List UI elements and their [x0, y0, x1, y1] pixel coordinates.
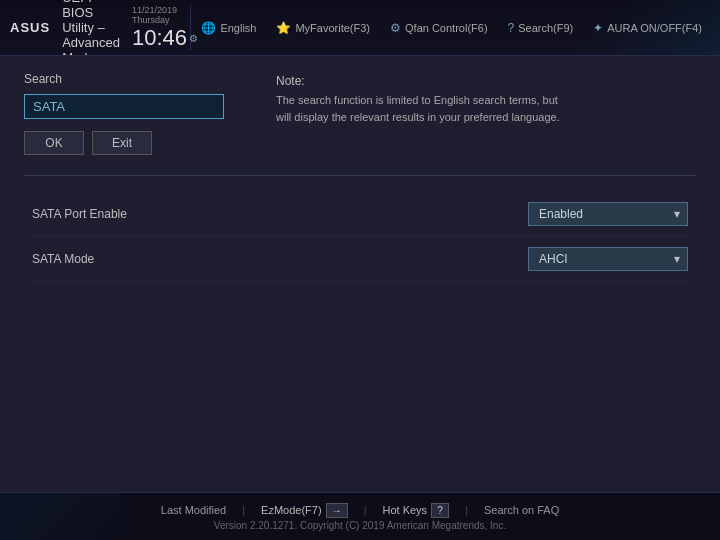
note-section: Note: The search function is limited to … [276, 72, 696, 155]
search-icon: ? [508, 21, 515, 35]
search-section: Search OK Exit Note: The search function… [24, 72, 696, 155]
time-display: 10:46⚙ [132, 26, 198, 50]
ez-mode-button[interactable]: EzMode(F7) → [261, 503, 348, 518]
sata-mode-label: SATA Mode [32, 252, 94, 266]
search-faq[interactable]: Search on FAQ [484, 504, 559, 516]
datetime-area: 11/21/2019 Thursday 10:46⚙ [120, 5, 191, 51]
footer: Last Modified | EzMode(F7) → | Hot Keys … [0, 492, 720, 540]
language-icon: 🌐 [201, 21, 216, 35]
ez-mode-icon: → [326, 503, 348, 518]
asus-logo: ASUS [0, 20, 58, 35]
note-text: The search function is limited to Englis… [276, 92, 696, 125]
setting-row-sata-mode: SATA Mode AHCI IDE RAID [32, 237, 688, 282]
footer-div1: | [242, 504, 245, 516]
last-modified: Last Modified [161, 504, 226, 516]
footer-div2: | [364, 504, 367, 516]
search-input[interactable] [24, 94, 224, 119]
footer-copyright: Version 2.20.1271. Copyright (C) 2019 Am… [214, 520, 506, 531]
nav-qfan[interactable]: ⚙ Qfan Control(F6) [380, 17, 498, 39]
exit-button[interactable]: Exit [92, 131, 152, 155]
sata-port-label: SATA Port Enable [32, 207, 127, 221]
search-left: Search OK Exit [24, 72, 244, 155]
divider [24, 175, 696, 176]
sata-port-select[interactable]: Enabled Disabled [528, 202, 688, 226]
hot-keys-button[interactable]: Hot Keys ? [382, 503, 449, 518]
header: ASUS UEFI BIOS Utility – Advanced Mode 1… [0, 0, 720, 56]
main-content: Search OK Exit Note: The search function… [0, 56, 720, 492]
sata-mode-select-wrapper: AHCI IDE RAID [528, 247, 688, 271]
sata-port-select-wrapper: Enabled Disabled [528, 202, 688, 226]
footer-div3: | [465, 504, 468, 516]
settings-area: SATA Port Enable Enabled Disabled SATA M… [24, 192, 696, 282]
hot-keys-key: ? [431, 503, 449, 518]
search-label: Search [24, 72, 244, 86]
setting-row-sata-port: SATA Port Enable Enabled Disabled [32, 192, 688, 237]
note-title: Note: [276, 74, 696, 88]
sata-mode-select[interactable]: AHCI IDE RAID [528, 247, 688, 271]
ok-button[interactable]: OK [24, 131, 84, 155]
star-icon: ⭐ [276, 21, 291, 35]
fan-icon: ⚙ [390, 21, 401, 35]
aura-icon: ✦ [593, 21, 603, 35]
nav-search[interactable]: ? Search(F9) [498, 17, 584, 39]
nav-language[interactable]: 🌐 English [191, 17, 266, 39]
nav-myfavorite[interactable]: ⭐ MyFavorite(F3) [266, 17, 380, 39]
header-title: UEFI BIOS Utility – Advanced Mode [58, 0, 120, 56]
header-nav: 🌐 English ⭐ MyFavorite(F3) ⚙ Qfan Contro… [191, 17, 712, 39]
date-line1: 11/21/2019 [132, 5, 177, 16]
search-buttons: OK Exit [24, 131, 244, 155]
footer-top: Last Modified | EzMode(F7) → | Hot Keys … [161, 503, 559, 518]
nav-aura[interactable]: ✦ AURA ON/OFF(F4) [583, 17, 712, 39]
